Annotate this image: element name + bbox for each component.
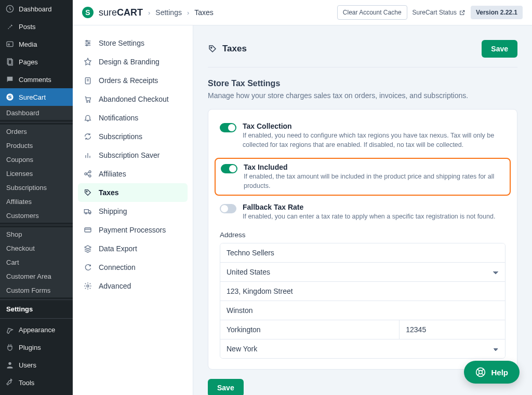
wp-sub-products[interactable]: Products [0,139,73,153]
settings-nav-affiliates[interactable]: Affiliates [78,165,188,183]
version-badge: Version 2.22.1 [471,6,523,19]
wp-sub-shop[interactable]: Shop [0,227,73,241]
svg-point-40 [211,47,212,48]
address-region-select[interactable]: New York [220,339,505,358]
save-button-bottom[interactable]: Save [208,379,244,396]
comments-icon [5,75,15,84]
chevron-right-icon: › [148,9,150,17]
address-line1-input[interactable] [220,282,505,301]
svg-point-42 [479,371,483,374]
tag-icon [83,188,92,197]
settings-nav-taxes[interactable]: Taxes [78,183,188,202]
breadcrumb-settings[interactable]: Settings [155,8,182,17]
settings-nav-notifications[interactable]: Notifications [78,108,188,127]
wp-nav-appearance[interactable]: Appearance [0,321,73,338]
dashboard-icon [5,4,15,13]
wp-sub-checkout[interactable]: Checkout [0,241,73,255]
media-icon [5,39,15,49]
help-bubble[interactable]: Help [464,361,520,384]
address-postal-input[interactable] [400,320,505,339]
design-icon [83,57,92,66]
settings-nav-connection[interactable]: Connection [78,258,188,277]
wp-nav-pages[interactable]: Pages [0,53,73,71]
settings-nav-payment[interactable]: Payment Processors [78,221,188,239]
save-button-top[interactable]: Save [482,40,517,58]
svg-point-28 [85,173,87,175]
wp-sub-subscriptions[interactable]: Subscriptions [0,181,73,195]
settings-nav-export[interactable]: Data Export [78,239,188,258]
svg-line-32 [87,174,89,176]
settings-nav-design[interactable]: Design & Branding [78,52,188,71]
settings-nav-shipping[interactable]: Shipping [78,202,188,221]
svg-point-2 [8,44,10,45]
svg-point-33 [86,191,87,192]
svg-line-31 [87,172,89,174]
wp-sub-settings[interactable]: Settings [0,302,73,316]
orders-icon [83,76,92,85]
section-title-store-tax: Store Tax Settings [208,79,517,88]
settings-nav: Store Settings Design & Branding Orders … [73,25,193,395]
wp-sub-licenses[interactable]: Licenses [0,167,73,181]
wp-sub-customers[interactable]: Customers [0,209,73,223]
store-tax-card: Tax Collection If enabled, you need to c… [208,109,517,370]
wp-nav-media[interactable]: Media [0,35,73,53]
appearance-icon [5,325,15,334]
tools-icon [5,378,15,387]
chevron-right-icon: › [187,9,189,17]
svg-line-44 [482,369,484,371]
toggle-tax-collection[interactable] [220,123,236,132]
wp-sub-coupons[interactable]: Coupons [0,153,73,167]
sync-icon [83,263,92,272]
cog-icon [83,281,92,291]
wp-nav-users[interactable]: Users [0,356,73,374]
svg-point-6 [8,362,11,365]
address-line2-input[interactable] [220,301,505,320]
settings-nav-advanced[interactable]: Advanced [78,277,188,295]
svg-line-46 [482,374,484,375]
wp-nav-surecart[interactable]: SureCart [0,88,73,106]
surecart-logo-icon: S [82,7,94,18]
bars-icon [83,151,92,160]
svg-point-39 [87,285,89,287]
wp-sub-orders[interactable]: Orders [0,125,73,139]
wp-admin-sidebar: Dashboard Posts Media Pages Comments Sur… [0,0,73,395]
address-country-select[interactable]: United States [220,263,505,282]
wp-nav-dashboard[interactable]: Dashboard [0,0,73,18]
page-title: Taxes [222,44,247,54]
toggle-title: Tax Included [244,163,504,171]
wp-nav-plugins[interactable]: Plugins [0,338,73,356]
settings-nav-store[interactable]: Store Settings [78,34,188,52]
wp-sub-dashboard[interactable]: Dashboard [0,106,73,120]
toggle-row-tax-collection: Tax Collection If enabled, you need to c… [220,120,506,157]
address-fields: United States New York [220,243,506,359]
wp-nav-posts[interactable]: Posts [0,18,73,35]
settings-nav-subscriptions[interactable]: Subscriptions [78,127,188,146]
toggle-desc: If enabled, you can enter a tax rate to … [243,212,506,222]
wp-sub-custom-forms[interactable]: Custom Forms [0,283,73,297]
settings-nav-abandoned[interactable]: Abandoned Checkout [78,90,188,108]
wp-nav-comments[interactable]: Comments [0,71,73,88]
address-city-input[interactable] [220,320,400,339]
cart-icon [83,94,92,104]
wp-nav-settings[interactable]: Settings [0,391,73,395]
address-company-input[interactable] [220,243,505,263]
toggle-tax-included[interactable] [221,164,237,173]
toggle-title: Fallback Tax Rate [243,203,506,211]
clear-cache-button[interactable]: Clear Account Cache [337,5,407,20]
toggle-fallback-tax[interactable] [220,204,236,213]
help-icon [475,367,486,377]
plugins-icon [5,343,15,352]
settings-nav-sub-saver[interactable]: Subscription Saver [78,146,188,165]
wp-sub-affiliates[interactable]: Affiliates [0,195,73,209]
wp-sub-customer-area[interactable]: Customer Area [0,269,73,283]
refresh-icon [83,132,92,141]
surecart-status-link[interactable]: SureCart Status [413,9,466,16]
pages-icon [5,57,15,66]
breadcrumb-taxes: Taxes [194,8,214,17]
svg-point-24 [89,101,90,102]
svg-line-45 [478,374,480,375]
wp-nav-tools[interactable]: Tools [0,374,73,391]
wp-sub-cart[interactable]: Cart [0,255,73,269]
toggle-title: Tax Collection [243,122,506,130]
settings-nav-orders[interactable]: Orders & Receipts [78,71,188,90]
